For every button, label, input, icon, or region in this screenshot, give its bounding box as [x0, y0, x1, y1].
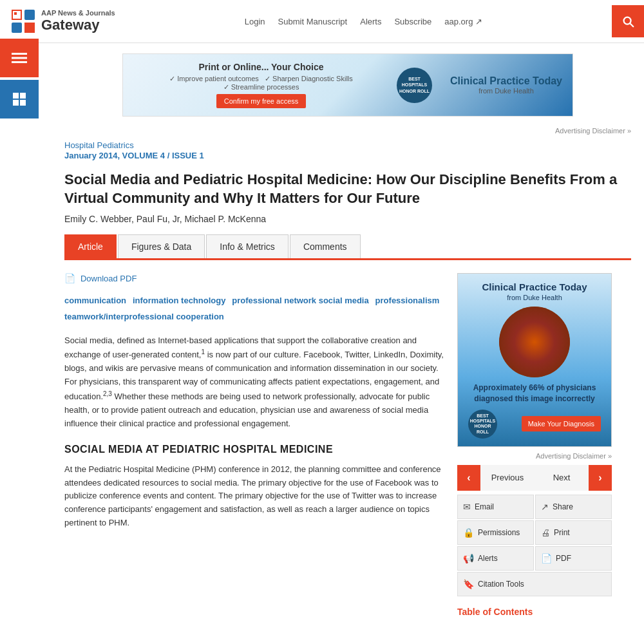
ad-right-subtitle: from Duke Health	[450, 87, 562, 95]
email-label: Email	[475, 502, 494, 511]
keyword-professionalism[interactable]: professionalism	[375, 296, 440, 305]
issue-label: January 2014, VOLUME 4 / ISSUE 1	[64, 151, 204, 160]
article-paragraph-1: Social media, defined as Internet-based …	[64, 334, 444, 431]
share-icon: ↗	[541, 502, 549, 512]
download-pdf-link[interactable]: Download PDF	[80, 274, 137, 283]
next-button[interactable]: ›	[589, 465, 612, 491]
action-buttons: ✉ Email ↗ Share 🔒 Permissions 🖨 Print 📢	[457, 495, 612, 596]
header-navigation: Login Submit Manuscript Alerts Subscribe…	[245, 17, 482, 26]
logo-icon	[10, 8, 36, 34]
logo-top-line: AAP News & Journals	[41, 9, 115, 17]
aap-org-link[interactable]: aap.org ↗	[444, 17, 482, 26]
ad-banner-right: Clinical Practice Today from Duke Health	[440, 75, 562, 95]
best-hospitals-badge: BESTHOSPITALSHONOR ROLL	[397, 68, 432, 103]
next-label: Next	[535, 468, 589, 488]
citation-tools-label: Citation Tools	[478, 580, 524, 589]
make-diagnosis-button[interactable]: Make Your Diagnosis	[522, 416, 601, 431]
citation-tools-button[interactable]: 🔖 Citation Tools	[457, 572, 612, 596]
tab-comments[interactable]: Comments	[290, 234, 361, 258]
ad-disclaimer: Advertising Disclaimer »	[64, 127, 631, 135]
share-button[interactable]: ↗ Share	[535, 495, 612, 519]
right-badge: BESTHOSPITALSHONOR ROLL	[468, 410, 497, 439]
journal-link[interactable]: Hospital Pediatrics	[64, 140, 134, 150]
tab-figures-data[interactable]: Figures & Data	[118, 234, 205, 258]
article-tabs: Article Figures & Data Info & Metrics Co…	[64, 234, 631, 260]
ad-features: ✓ Improve patient outcomes ✓ Sharpen Dia…	[133, 75, 389, 91]
download-pdf-section: 📄 Download PDF	[64, 273, 444, 283]
pdf-button[interactable]: 📄 PDF	[535, 546, 612, 571]
right-badge-text: BESTHOSPITALSHONOR ROLL	[468, 413, 497, 435]
ad-right-title: Clinical Practice Today	[450, 75, 562, 87]
svg-rect-8	[12, 61, 27, 63]
menu-button[interactable]	[0, 39, 39, 77]
permissions-button[interactable]: 🔒 Permissions	[457, 520, 534, 545]
ad-title: Print or Online... Your Choice	[133, 62, 389, 72]
right-ad-stat: Approximately 66% of physicians diagnose…	[466, 383, 603, 404]
logo-text: AAP News & Journals Gateway	[41, 9, 115, 33]
right-ad-image	[499, 307, 570, 377]
toc-heading: Table of Contents	[457, 607, 612, 617]
login-link[interactable]: Login	[245, 17, 265, 26]
alerts-link[interactable]: Alerts	[360, 17, 381, 26]
prev-next-navigation: ‹ Previous Next ›	[457, 465, 612, 491]
alerts-button[interactable]: 📢 Alerts	[457, 546, 534, 571]
share-label: Share	[553, 502, 573, 511]
article-content: 📄 Download PDF communication information…	[64, 273, 444, 617]
svg-rect-6	[12, 53, 27, 55]
svg-rect-1	[24, 10, 35, 20]
ad-cta-button[interactable]: Confirm my free access	[216, 94, 307, 108]
logo[interactable]: AAP News & Journals Gateway	[10, 8, 115, 34]
print-label: Print	[554, 528, 570, 537]
right-ad[interactable]: Clinical Practice Today from Duke Health…	[457, 273, 612, 447]
pdf-icon: 📄	[64, 273, 75, 283]
right-ad-circle-inner	[499, 307, 570, 377]
pdf-icon-action: 📄	[541, 553, 552, 564]
right-sidebar: Clinical Practice Today from Duke Health…	[457, 273, 612, 617]
citation-icon: 🔖	[463, 579, 474, 589]
search-icon	[621, 14, 635, 28]
previous-button[interactable]: ‹	[457, 465, 480, 491]
print-icon: 🖨	[541, 527, 550, 538]
ad-banner-wrapper: Print or Online... Your Choice ✓ Improve…	[64, 53, 631, 117]
grid-button[interactable]	[0, 80, 39, 118]
tab-article[interactable]: Article	[64, 234, 117, 258]
site-header: AAP News & Journals Gateway Login Submit…	[0, 0, 644, 43]
svg-rect-2	[12, 23, 22, 33]
right-ad-content: Clinical Practice Today from Duke Health…	[458, 274, 611, 446]
ad-banner[interactable]: Print or Online... Your Choice ✓ Improve…	[122, 53, 573, 117]
tab-info-metrics[interactable]: Info & Metrics	[206, 234, 289, 258]
grid-icon	[12, 91, 27, 107]
main-container: Print or Online... Your Choice ✓ Improve…	[52, 53, 644, 617]
keyword-communication[interactable]: communication	[64, 296, 126, 305]
ad-banner-center: BESTHOSPITALSHONOR ROLL	[397, 68, 432, 103]
article-authors: Emily C. Webber, Paul Fu, Jr, Michael P.…	[64, 214, 631, 224]
keyword-info-tech[interactable]: information technology	[133, 296, 225, 305]
svg-rect-11	[13, 100, 19, 106]
search-button[interactable]	[612, 5, 644, 37]
keyword-teamwork[interactable]: teamwork/interprofessional cooperation	[64, 312, 224, 321]
ad-banner-left: Print or Online... Your Choice ✓ Improve…	[133, 62, 389, 108]
svg-rect-12	[20, 100, 26, 106]
section-heading-1: SOCIAL MEDIA AT PEDIATRIC HOSPITAL MEDIC…	[64, 444, 444, 455]
email-icon: ✉	[463, 502, 471, 512]
keywords-section: communication information technology pro…	[64, 292, 444, 325]
svg-rect-10	[20, 93, 26, 99]
right-ad-subtitle: from Duke Health	[466, 294, 603, 301]
breadcrumb: Hospital Pediatrics January 2014, VOLUME…	[64, 140, 631, 160]
right-ad-disclaimer: Advertising Disclaimer »	[457, 452, 612, 460]
keyword-professional-network[interactable]: professional network social media	[232, 296, 368, 305]
logo-bottom-line: Gateway	[41, 17, 115, 33]
svg-rect-3	[24, 23, 35, 33]
right-ad-title: Clinical Practice Today	[466, 281, 603, 292]
article-paragraph-2: At the Pediatric Hospital Medicine (PHM)…	[64, 463, 444, 530]
subscribe-link[interactable]: Subscribe	[394, 17, 431, 26]
print-button[interactable]: 🖨 Print	[535, 520, 612, 545]
article-body: Social media, defined as Internet-based …	[64, 334, 444, 530]
permissions-label: Permissions	[478, 528, 520, 537]
previous-label: Previous	[480, 468, 535, 488]
email-button[interactable]: ✉ Email	[457, 495, 534, 519]
svg-rect-7	[12, 57, 27, 59]
alerts-label: Alerts	[478, 554, 498, 563]
submit-manuscript-link[interactable]: Submit Manuscript	[278, 17, 348, 26]
svg-rect-9	[13, 93, 19, 99]
